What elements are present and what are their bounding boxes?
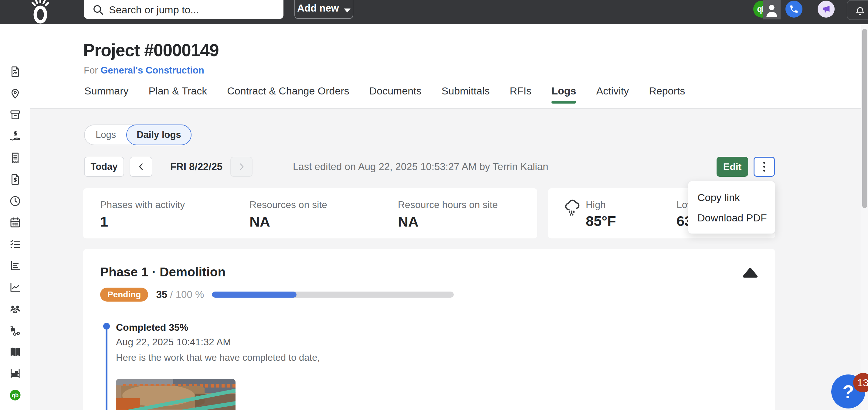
app-window: Search or jump to... Add new qb (0, 0, 868, 410)
phase-card: Phase 1 · Demolition Pending 35 / 100 % … (83, 249, 775, 410)
sidebar-item-tasks[interactable] (9, 238, 22, 251)
for-prefix: For (84, 65, 98, 76)
sidebar-item-projects[interactable] (9, 65, 22, 78)
sidebar-item-reports[interactable] (9, 259, 22, 272)
phase-progress-row: Pending 35 / 100 % (100, 288, 454, 301)
log-entry-timestamp: Aug 22, 2025 10:41:32 AM (116, 336, 231, 348)
progress-fraction: 35 / 100 % (156, 289, 204, 300)
log-photo-thumbnail[interactable] (116, 379, 236, 410)
sidebar-item-invoices[interactable] (9, 173, 22, 186)
timeline-dot (103, 323, 110, 329)
tab-plan-track[interactable]: Plan & Track (148, 85, 207, 104)
menu-item-download-pdf[interactable]: Download PDF (688, 208, 775, 228)
scrollbar-thumb[interactable] (862, 29, 867, 208)
search-placeholder: Search or jump to... (109, 4, 199, 16)
sidebar-item-payments[interactable] (9, 130, 22, 143)
progress-bar (212, 292, 454, 298)
tab-reports[interactable]: Reports (649, 85, 685, 104)
tab-logs[interactable]: Logs (552, 85, 576, 104)
client-link[interactable]: General's Construction (100, 65, 204, 76)
sidebar: qb (0, 24, 30, 410)
today-button[interactable]: Today (84, 157, 124, 177)
progress-bar-fill (212, 292, 297, 298)
add-new-button[interactable]: Add new (294, 0, 353, 19)
sidebar-item-home[interactable] (9, 44, 22, 57)
project-header: Project #0000149 For General's Construct… (30, 24, 861, 109)
log-entry-title: Completed 35% (116, 322, 188, 333)
sidebar-item-equipment[interactable] (9, 324, 22, 337)
search-input[interactable]: Search or jump to... (84, 0, 283, 19)
last-edited-text: Last edited on Aug 22, 2025 10:53:27 AM … (293, 157, 549, 177)
tab-rfis[interactable]: RFIs (509, 85, 531, 104)
topbar-actions: qb (725, 0, 868, 24)
triangle-up-icon (742, 267, 758, 278)
svg-text:qb: qb (11, 392, 18, 399)
more-options-button[interactable] (753, 157, 775, 177)
kebab-icon (763, 162, 765, 164)
phone-support-icon[interactable] (785, 1, 802, 18)
vertical-scrollbar (861, 24, 868, 410)
collapse-button[interactable] (742, 267, 758, 278)
announcements-icon[interactable] (817, 1, 835, 18)
sidebar-item-schedule[interactable] (9, 216, 22, 229)
bell-icon (854, 5, 866, 18)
project-client-line: For General's Construction (84, 65, 204, 76)
previous-day-button[interactable] (130, 157, 152, 177)
sidebar-item-quickbooks[interactable]: qb (9, 389, 22, 402)
current-date-label: FRI 8/22/25 (161, 157, 231, 177)
sidebar-item-catalog[interactable] (9, 346, 22, 358)
tab-documents[interactable]: Documents (369, 85, 422, 104)
search-icon (92, 4, 104, 16)
user-avatar[interactable] (763, 0, 781, 20)
phase-title: Phase 1 · Demolition (100, 265, 225, 280)
segment-daily-logs[interactable]: Daily logs (126, 124, 191, 145)
knowify-logo-icon[interactable] (30, 0, 51, 24)
more-options-menu: Copy link Download PDF (688, 181, 775, 234)
status-badge: Pending (100, 288, 148, 301)
tab-summary[interactable]: Summary (84, 85, 128, 104)
sidebar-item-receipts[interactable] (9, 151, 22, 164)
sidebar-item-archive[interactable] (9, 109, 22, 121)
chevron-right-icon (237, 162, 246, 172)
tab-activity[interactable]: Activity (596, 85, 629, 104)
rain-cloud-icon (563, 199, 583, 218)
chevron-down-icon (344, 8, 350, 12)
tab-submittals[interactable]: Submittals (442, 85, 490, 104)
project-tabs: Summary Plan & Track Contract & Change O… (84, 85, 685, 104)
menu-item-copy-link[interactable]: Copy link (688, 187, 775, 208)
notifications-button[interactable] (847, 0, 868, 20)
logs-segmented-control: Logs Daily logs (84, 124, 191, 145)
tab-contract-change-orders[interactable]: Contract & Change Orders (227, 85, 349, 104)
segment-logs[interactable]: Logs (85, 125, 127, 145)
next-day-button-disabled[interactable] (230, 157, 252, 177)
topbar: Search or jump to... Add new qb (0, 0, 868, 24)
timeline-line (105, 326, 107, 410)
chevron-left-icon (136, 162, 146, 172)
sidebar-item-time[interactable] (9, 195, 22, 207)
page-title: Project #0000149 (83, 40, 219, 60)
edit-button[interactable]: Edit (717, 157, 748, 177)
sidebar-item-analytics[interactable] (9, 281, 22, 294)
sidebar-item-locations[interactable] (9, 87, 22, 99)
date-navigation: Today FRI 8/22/25 Last edited on Aug 22,… (84, 157, 775, 177)
sidebar-item-team[interactable] (9, 302, 22, 315)
daily-log-stats-card: Phases with activity 1 Resources on site… (83, 188, 537, 238)
sidebar-item-inventory[interactable] (9, 367, 22, 380)
log-entry-note: Here is the work that we have completed … (116, 352, 320, 363)
